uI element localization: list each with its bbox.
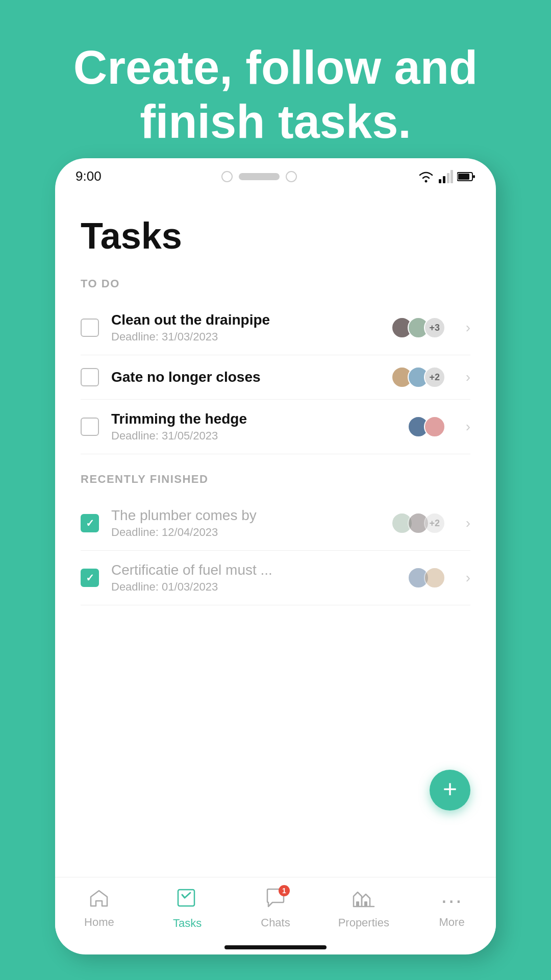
task-item-4[interactable]: The plumber comes by Deadline: 12/04/202… [81,496,470,551]
task-item-1[interactable]: Clean out the drainpipe Deadline: 31/03/… [81,301,470,355]
task-item-5[interactable]: Certificatie of fuel must ... Deadline: … [81,551,470,605]
svg-rect-8 [178,890,194,906]
task-avatars-1: +3 [391,317,445,338]
avatar-count: +3 [424,317,445,338]
hero-section: Create, follow and finish tasks. [0,0,551,180]
task-name-2: Gate no longer closes [111,369,379,385]
nav-item-tasks[interactable]: Tasks [143,888,232,930]
status-center [221,171,297,182]
nav-item-properties[interactable]: Properties [319,888,408,929]
chevron-right-icon: › [466,515,470,531]
chevron-right-icon: › [466,419,470,435]
nav-label-home: Home [84,916,114,929]
task-checkbox-5[interactable] [81,569,99,587]
nav-label-properties: Properties [338,916,389,929]
avatar-count: +2 [424,512,445,534]
task-info-2: Gate no longer closes [111,369,379,385]
add-task-fab[interactable]: + [430,770,470,811]
task-item-3[interactable]: Trimming the hedge Deadline: 31/05/2023 … [81,400,470,454]
task-name-3: Trimming the hedge [111,411,395,427]
svg-rect-7 [473,175,475,178]
todo-section-label: TO DO [81,277,470,290]
finished-task-list: The plumber comes by Deadline: 12/04/202… [81,496,470,605]
task-checkbox-3[interactable] [81,418,99,436]
status-circle-right [286,171,297,182]
task-deadline-1: Deadline: 31/03/2023 [111,330,379,344]
svg-rect-9 [356,901,359,906]
avatar-count: +2 [424,366,445,388]
nav-label-tasks: Tasks [173,917,202,930]
task-avatars-5 [408,567,445,589]
app-content: Tasks TO DO Clean out the drainpipe Dead… [55,189,496,877]
chats-icon: 1 [265,888,286,912]
task-checkbox-1[interactable] [81,318,99,337]
battery-icon [457,170,475,183]
chevron-right-icon: › [466,369,470,385]
task-info-4: The plumber comes by Deadline: 12/04/202… [111,507,379,539]
task-avatars-2: +2 [391,366,445,388]
svg-rect-1 [439,179,441,183]
task-checkbox-4[interactable] [81,514,99,532]
status-circle-left [221,171,233,182]
svg-rect-2 [443,176,445,183]
avatar [424,416,445,437]
nav-label-more: More [439,916,465,929]
task-deadline-5: Deadline: 01/03/2023 [111,580,395,594]
status-bar: 9:00 [55,158,496,189]
task-checkbox-2[interactable] [81,368,99,386]
phone-mockup: 9:00 [55,158,496,954]
task-info-5: Certificatie of fuel must ... Deadline: … [111,562,395,594]
chevron-right-icon: › [466,320,470,336]
page-title: Tasks [81,215,470,257]
task-avatars-4: +2 [391,512,445,534]
chats-badge: 1 [279,885,290,896]
task-deadline-3: Deadline: 31/05/2023 [111,429,395,443]
status-time: 9:00 [76,168,102,184]
wifi-icon [417,170,435,183]
task-item-2[interactable]: Gate no longer closes +2 › [81,355,470,400]
hero-title: Create, follow and finish tasks. [31,41,520,149]
task-avatars-3 [408,416,445,437]
task-name-1: Clean out the drainpipe [111,312,379,328]
status-icons [417,170,475,183]
svg-rect-3 [447,173,449,183]
svg-rect-10 [364,901,367,906]
more-icon: ··· [441,889,463,912]
nav-item-chats[interactable]: 1 Chats [232,888,320,929]
home-icon [89,889,109,912]
svg-rect-6 [458,174,469,180]
nav-item-home[interactable]: Home [55,889,143,929]
plus-icon: + [443,777,457,801]
task-name-5: Certificatie of fuel must ... [111,562,395,578]
bottom-nav: Home Tasks 1 Chats [55,877,496,945]
avatar [424,567,445,589]
todo-section: TO DO Clean out the drainpipe Deadline: … [81,277,470,454]
task-info-3: Trimming the hedge Deadline: 31/05/2023 [111,411,395,443]
properties-icon [353,888,375,912]
recently-finished-label: RECENTLY FINISHED [81,473,470,486]
nav-label-chats: Chats [261,916,290,929]
status-pill [239,173,280,180]
recently-finished-section: RECENTLY FINISHED The plumber comes by D… [81,473,470,605]
task-deadline-4: Deadline: 12/04/2023 [111,526,379,539]
svg-rect-4 [450,170,453,183]
nav-item-more[interactable]: ··· More [408,889,496,929]
tasks-icon [177,888,197,913]
signal-icon [439,170,453,183]
chevron-right-icon: › [466,570,470,586]
task-info-1: Clean out the drainpipe Deadline: 31/03/… [111,312,379,344]
task-name-4: The plumber comes by [111,507,379,524]
home-indicator [224,945,327,949]
svg-point-0 [424,180,427,182]
todo-task-list: Clean out the drainpipe Deadline: 31/03/… [81,301,470,454]
